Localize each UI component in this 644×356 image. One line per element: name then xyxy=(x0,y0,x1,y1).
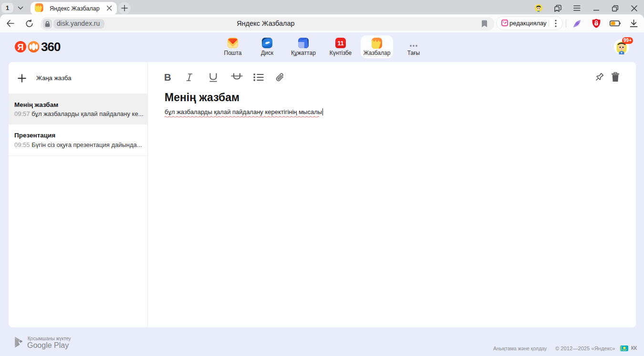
svg-text:Я: Я xyxy=(18,42,24,52)
svg-text:B: B xyxy=(164,73,171,82)
svg-text:11: 11 xyxy=(337,40,343,47)
